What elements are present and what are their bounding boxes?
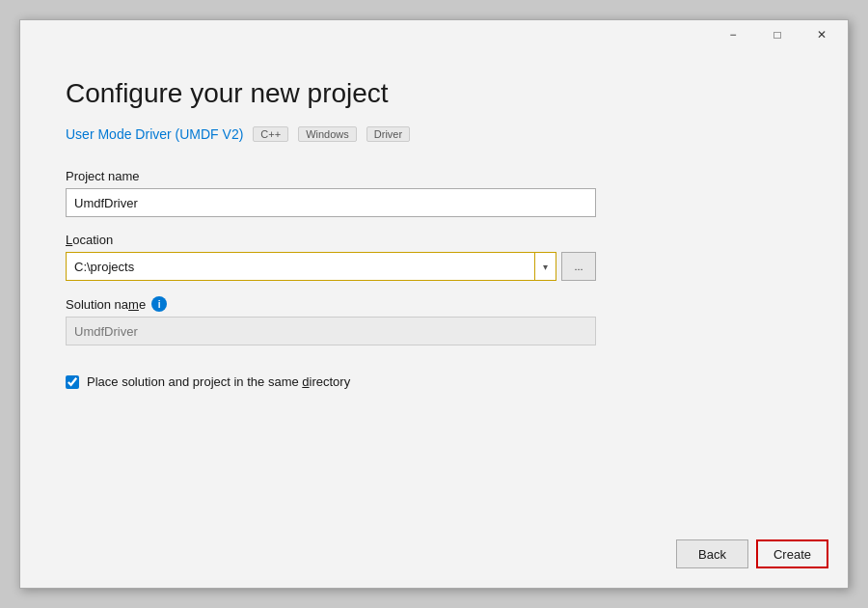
project-name-group: Project name xyxy=(66,169,802,217)
browse-label: ... xyxy=(574,261,583,272)
project-name-input[interactable] xyxy=(66,188,596,217)
project-name-label: Project name xyxy=(66,169,802,183)
location-row: ▾ ... xyxy=(66,252,596,281)
solution-name-input[interactable] xyxy=(66,317,596,345)
create-button[interactable]: Create xyxy=(756,539,828,568)
tag-driver: Driver xyxy=(366,126,410,142)
same-directory-checkbox[interactable] xyxy=(66,375,79,389)
solution-name-label: Solution name xyxy=(66,297,146,312)
minimize-button[interactable]: − xyxy=(711,20,755,49)
location-group: Location ▾ ... xyxy=(66,233,802,281)
title-bar: − □ ✕ xyxy=(20,20,848,49)
info-icon-label: i xyxy=(158,299,161,310)
close-button[interactable]: ✕ xyxy=(800,20,844,49)
subtitle-row: User Mode Driver (UMDF V2) C++ Windows D… xyxy=(66,126,802,142)
location-browse-button[interactable]: ... xyxy=(561,252,596,281)
configure-project-window: − □ ✕ Configure your new project User Mo… xyxy=(19,19,849,589)
tag-windows: Windows xyxy=(298,126,357,142)
back-button[interactable]: Back xyxy=(676,539,748,568)
solution-name-group: Solution name i xyxy=(66,296,802,345)
project-type-label: User Mode Driver (UMDF V2) xyxy=(66,126,243,142)
info-icon[interactable]: i xyxy=(151,296,167,312)
maximize-button[interactable]: □ xyxy=(755,20,800,49)
same-directory-row: Place solution and project in the same d… xyxy=(66,374,802,389)
dropdown-arrow-icon: ▾ xyxy=(543,262,548,272)
page-title: Configure your new project xyxy=(66,78,802,109)
location-dropdown-button[interactable]: ▾ xyxy=(535,252,556,281)
tag-cpp: C++ xyxy=(253,126,288,142)
location-input[interactable] xyxy=(66,252,535,281)
same-directory-label: Place solution and project in the same d… xyxy=(87,374,350,389)
main-content: Configure your new project User Mode Dri… xyxy=(20,49,848,528)
footer: Back Create xyxy=(20,528,848,588)
location-label: Location xyxy=(66,233,802,247)
solution-name-label-row: Solution name i xyxy=(66,296,802,312)
